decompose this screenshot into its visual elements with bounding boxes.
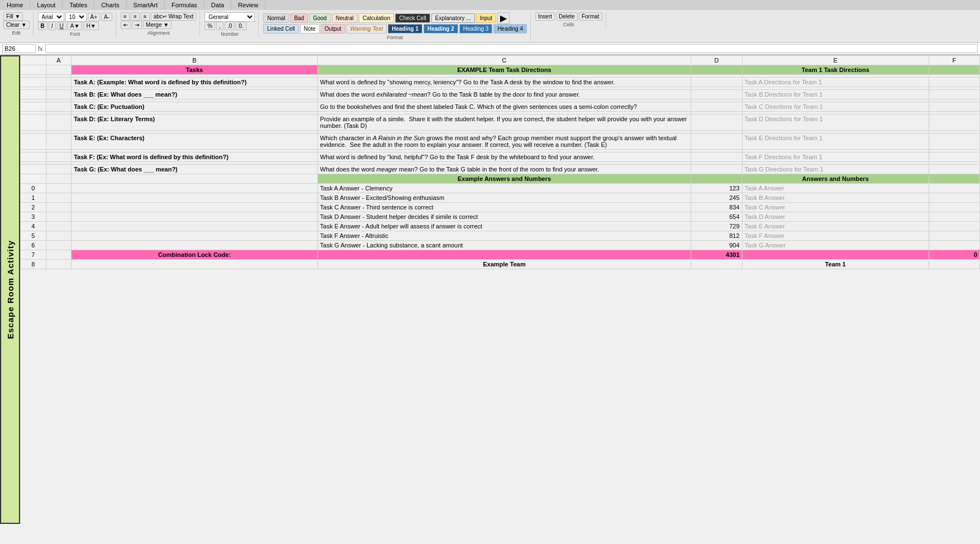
- font-color-button[interactable]: A▼: [68, 22, 83, 30]
- table-cell[interactable]: 904: [691, 241, 742, 250]
- table-cell[interactable]: [691, 260, 742, 269]
- table-cell[interactable]: [691, 152, 742, 162]
- table-cell[interactable]: Task A Answer: [742, 184, 929, 193]
- table-cell[interactable]: [46, 165, 72, 174]
- table-cell[interactable]: Task E Answer: [742, 222, 929, 231]
- table-cell[interactable]: Task D Answer - Student helper decides i…: [317, 212, 691, 222]
- table-cell[interactable]: [46, 114, 72, 131]
- font-name-select[interactable]: Arial: [38, 12, 64, 22]
- table-cell[interactable]: [72, 231, 318, 241]
- table-cell[interactable]: Task E Directions for Team 1: [742, 133, 929, 150]
- indent-left-button[interactable]: ⇤: [121, 21, 131, 29]
- table-cell[interactable]: [46, 241, 72, 250]
- fill-button[interactable]: Fill ▼: [3, 12, 23, 21]
- table-cell[interactable]: [72, 222, 318, 231]
- style-heading4[interactable]: Heading 4: [493, 24, 527, 34]
- col-header-a[interactable]: A: [46, 56, 72, 65]
- insert-button[interactable]: Insert: [535, 12, 555, 21]
- tab-formulas[interactable]: Formulas: [165, 0, 204, 10]
- table-cell[interactable]: [46, 250, 72, 260]
- table-cell[interactable]: Provide an example of a simile. Share it…: [317, 114, 691, 131]
- table-cell[interactable]: [929, 260, 979, 269]
- table-cell[interactable]: Task B Answer: [742, 193, 929, 203]
- table-cell[interactable]: Task G: (Ex: What does ___ mean?): [72, 165, 318, 174]
- table-cell[interactable]: Task F Answer - Altruistic: [317, 231, 691, 241]
- cell-reference-input[interactable]: [2, 44, 36, 53]
- tab-layout[interactable]: Layout: [30, 0, 63, 10]
- table-cell[interactable]: Which character in A Raisin in the Sun g…: [317, 133, 691, 150]
- table-cell[interactable]: What does the word exhilarated ~mean? Go…: [317, 90, 691, 99]
- col-header-e[interactable]: E: [742, 56, 929, 65]
- table-cell[interactable]: Task D: (Ex: Literary Terms): [72, 114, 318, 131]
- italic-button[interactable]: I: [49, 22, 56, 30]
- table-cell[interactable]: [929, 90, 979, 99]
- table-cell[interactable]: EXAMPLE Team Task Directions: [317, 65, 691, 75]
- table-cell[interactable]: [46, 193, 72, 203]
- table-cell[interactable]: [929, 65, 979, 75]
- align-center-button[interactable]: ≡: [131, 12, 140, 21]
- table-cell[interactable]: [46, 90, 72, 99]
- increase-font-button[interactable]: A+: [88, 13, 101, 21]
- table-cell[interactable]: [46, 260, 72, 269]
- style-good[interactable]: Good: [309, 13, 330, 23]
- col-header-d[interactable]: D: [691, 56, 742, 65]
- table-cell[interactable]: Go to the bookshelves and find the sheet…: [317, 102, 691, 112]
- table-cell[interactable]: Task F Directions for Team 1: [742, 152, 929, 162]
- table-cell[interactable]: [72, 184, 318, 193]
- table-cell[interactable]: Task G Directions for Team 1: [742, 165, 929, 174]
- table-cell[interactable]: [929, 203, 979, 212]
- table-cell[interactable]: Task D Answer: [742, 212, 929, 222]
- underline-button[interactable]: U: [57, 22, 66, 30]
- tab-smartart[interactable]: SmartArt: [127, 0, 165, 10]
- table-cell[interactable]: 4301: [691, 250, 742, 260]
- table-cell[interactable]: 245: [691, 193, 742, 203]
- tab-home[interactable]: Home: [0, 0, 30, 10]
- style-neutral[interactable]: Neutral: [332, 13, 358, 23]
- wrap-text-button[interactable]: abc↵ Wrap Text: [151, 12, 197, 21]
- table-cell[interactable]: [72, 193, 318, 203]
- table-cell[interactable]: Team 1: [742, 260, 929, 269]
- table-cell[interactable]: [929, 102, 979, 112]
- table-cell[interactable]: [46, 184, 72, 193]
- col-header-b[interactable]: B: [72, 56, 318, 65]
- style-output[interactable]: Output: [321, 24, 345, 34]
- table-cell[interactable]: Task B Answer - Excited/Showing enthusia…: [317, 193, 691, 203]
- table-cell[interactable]: Task F Answer: [742, 231, 929, 241]
- table-cell[interactable]: [46, 78, 72, 87]
- table-cell[interactable]: Answers and Numbers: [742, 174, 929, 184]
- table-cell[interactable]: [929, 212, 979, 222]
- table-cell[interactable]: [742, 250, 929, 260]
- table-cell[interactable]: 834: [691, 203, 742, 212]
- table-cell[interactable]: [691, 90, 742, 99]
- table-cell[interactable]: Task C Answer - Third sentence is correc…: [317, 203, 691, 212]
- table-cell[interactable]: [46, 102, 72, 112]
- table-cell[interactable]: What word is defined by "showing mercy, …: [317, 78, 691, 87]
- style-linked[interactable]: Linked Cell: [263, 24, 298, 34]
- table-cell[interactable]: [929, 241, 979, 250]
- table-cell[interactable]: Task G Answer - Lacking substance, a sca…: [317, 241, 691, 250]
- format-button[interactable]: Format: [579, 12, 602, 21]
- tab-data[interactable]: Data: [204, 0, 231, 10]
- table-cell[interactable]: [691, 102, 742, 112]
- table-cell[interactable]: [929, 114, 979, 131]
- table-cell[interactable]: [929, 193, 979, 203]
- table-cell[interactable]: [46, 65, 72, 75]
- style-input[interactable]: Input: [476, 13, 496, 23]
- table-cell[interactable]: Task A Answer - Clemency: [317, 184, 691, 193]
- table-cell[interactable]: 123: [691, 184, 742, 193]
- indent-right-button[interactable]: ⇥: [132, 21, 142, 29]
- table-cell[interactable]: Combination Lock Code:: [72, 250, 318, 260]
- merge-button[interactable]: Merge ▼: [143, 21, 172, 29]
- table-cell[interactable]: Example Team: [317, 260, 691, 269]
- table-cell[interactable]: Task B: (Ex: What does ___ mean?): [72, 90, 318, 99]
- table-cell[interactable]: Task C Directions for Team 1: [742, 102, 929, 112]
- table-cell[interactable]: [72, 260, 318, 269]
- style-note[interactable]: Note: [300, 24, 320, 34]
- styles-more-button[interactable]: ▶: [497, 12, 510, 24]
- table-cell[interactable]: [929, 165, 979, 174]
- table-cell[interactable]: Tasks: [72, 65, 318, 75]
- style-heading2[interactable]: Heading 2: [424, 24, 458, 34]
- table-cell[interactable]: [691, 133, 742, 150]
- table-cell[interactable]: [317, 250, 691, 260]
- table-cell[interactable]: [929, 78, 979, 87]
